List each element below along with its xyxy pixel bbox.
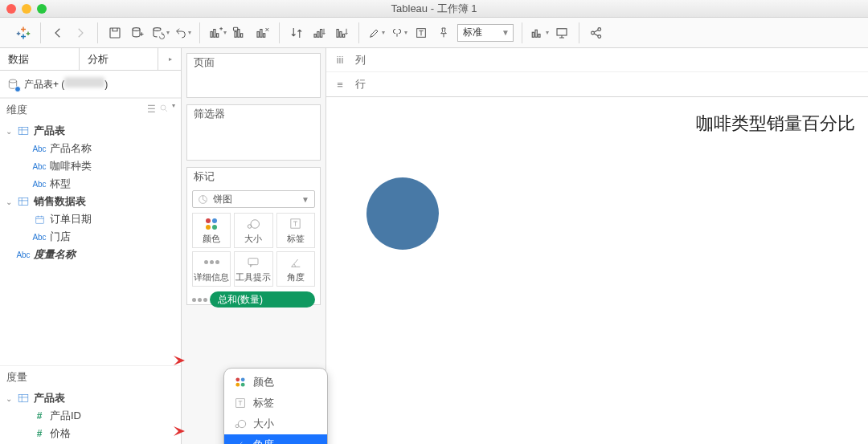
rows-shelf[interactable]: ≡ 行 [326, 72, 868, 96]
sort-asc-icon[interactable] [310, 24, 328, 42]
mark-type-dropdown[interactable]: 饼图 ▼ [192, 190, 315, 208]
show-me-icon[interactable]: ▾ [530, 24, 548, 42]
marks-size[interactable]: 大小 [234, 213, 272, 248]
new-worksheet-icon[interactable]: ▾ [208, 24, 226, 42]
pie-mark[interactable] [366, 177, 439, 250]
tab-menu-icon[interactable]: ▸ [158, 48, 181, 70]
pages-card[interactable]: 页面 [186, 53, 321, 98]
svg-rect-20 [264, 33, 265, 37]
field-measure-names[interactable]: Abc度量名称 [0, 246, 181, 263]
swap-icon[interactable] [288, 24, 305, 42]
number-icon: # [32, 428, 47, 439]
search-icon[interactable] [159, 104, 169, 116]
svg-rect-29 [535, 30, 537, 37]
svg-rect-47 [18, 394, 28, 401]
annotation-arrow-2 [158, 424, 186, 438]
cards-column: 页面 筛选器 标记 饼图 ▼ 颜色 大小 标签 详细信息 工具提示 角度 [182, 48, 326, 444]
svg-rect-8 [110, 28, 120, 38]
ctx-angle[interactable]: 角度 [224, 434, 327, 444]
clear-sheet-icon[interactable] [253, 24, 271, 42]
string-icon: Abc [32, 180, 47, 189]
save-icon[interactable] [106, 24, 124, 42]
sort-desc-icon[interactable] [333, 24, 350, 42]
filters-card[interactable]: 筛选器 [186, 104, 321, 161]
marks-label[interactable]: 标签 [276, 213, 315, 248]
table-icon [16, 393, 31, 403]
marks-title: 标记 [187, 168, 320, 185]
tableau-logo-icon[interactable] [14, 24, 32, 42]
table-prod[interactable]: ⌄ 产品表 [0, 122, 181, 140]
dims-menu-icon[interactable]: ▾ [172, 104, 174, 116]
table-sales[interactable]: ⌄ 销售数据表 [0, 193, 181, 210]
main-area: 数据 分析 ▸ 产品表+ () 维度 ☰ ▾ ⌄ 产品表 [0, 48, 868, 444]
dimensions-tree: ⌄ 产品表 Abc产品名称 Abc咖啡种类 Abc杯型 ⌄ 销售数据表 订单日期… [0, 120, 181, 265]
pill-detail-icon[interactable] [192, 292, 207, 307]
marks-color[interactable]: 颜色 [192, 213, 231, 248]
svg-rect-54 [248, 258, 258, 264]
presentation-icon[interactable] [553, 24, 571, 42]
highlight-icon[interactable]: ▾ [367, 24, 385, 42]
string-icon: Abc [16, 251, 31, 259]
marks-card: 标记 饼图 ▼ 颜色 大小 标签 详细信息 工具提示 角度 总和(数量) [186, 167, 321, 305]
svg-point-34 [598, 35, 601, 38]
back-icon[interactable] [49, 24, 67, 42]
svg-rect-17 [234, 27, 238, 31]
svg-rect-16 [241, 33, 243, 37]
share-icon[interactable] [588, 24, 605, 42]
svg-rect-31 [557, 28, 567, 35]
angle-icon [289, 255, 302, 270]
string-icon: Abc [32, 162, 47, 171]
shelves: iii 列 ≡ 行 [326, 48, 868, 97]
new-datasource-icon[interactable] [129, 24, 146, 42]
viz-canvas[interactable]: 咖啡类型销量百分比 [326, 97, 868, 444]
svg-point-32 [592, 31, 595, 35]
svg-rect-24 [337, 29, 338, 37]
worksheet-area: iii 列 ≡ 行 咖啡类型销量百分比 [326, 48, 868, 444]
mark-role-context-menu: 颜色 标签 大小 角度 工具提示 [223, 368, 328, 444]
string-icon: Abc [32, 233, 47, 242]
toolbar: ▾ ▾ ▾ ▾ ▾ 标准 ▼ ▾ [0, 18, 868, 48]
side-tabs: 数据 分析 ▸ [0, 48, 181, 71]
undo-icon[interactable]: ▾ [174, 24, 191, 42]
label-icon [289, 217, 301, 231]
viz-title[interactable]: 咖啡类型销量百分比 [696, 112, 855, 136]
tab-data[interactable]: 数据 [0, 48, 80, 70]
forward-icon[interactable] [72, 24, 89, 42]
ctx-label[interactable]: 标签 [224, 393, 327, 413]
field-product-name[interactable]: Abc产品名称 [0, 140, 181, 157]
svg-point-10 [154, 27, 161, 31]
field-product-id[interactable]: #产品ID [0, 407, 181, 425]
table-prod-m[interactable]: ⌄ 产品表 [0, 389, 181, 407]
view-list-icon[interactable]: ☰ [147, 104, 156, 116]
ctx-color[interactable]: 颜色 [224, 372, 327, 393]
columns-shelf[interactable]: iii 列 [326, 48, 868, 72]
pin-icon[interactable] [435, 24, 452, 42]
duplicate-sheet-icon[interactable] [231, 24, 248, 42]
pill-sum-quantity[interactable]: 总和(数量) [210, 291, 315, 308]
angle-icon [234, 439, 247, 444]
pie-icon [198, 194, 208, 205]
field-store[interactable]: Abc门店 [0, 228, 181, 246]
field-price[interactable]: #价格 [0, 425, 181, 442]
collapse-icon: ⌄ [5, 394, 13, 403]
field-cup-size[interactable]: Abc杯型 [0, 175, 181, 193]
marks-tooltip[interactable]: 工具提示 [234, 251, 272, 287]
svg-rect-11 [211, 31, 212, 37]
ctx-size[interactable]: 大小 [224, 413, 327, 434]
svg-rect-40 [18, 198, 28, 205]
marks-detail[interactable]: 详细信息 [192, 251, 231, 287]
svg-point-36 [161, 105, 166, 110]
field-coffee-type[interactable]: Abc咖啡种类 [0, 157, 181, 175]
datasource-row[interactable]: 产品表+ () [0, 71, 181, 98]
marks-angle[interactable]: 角度 [276, 251, 315, 287]
svg-point-52 [251, 219, 260, 228]
field-order-date[interactable]: 订单日期 [0, 210, 181, 228]
side-panel: 数据 分析 ▸ 产品表+ () 维度 ☰ ▾ ⌄ 产品表 [0, 48, 182, 444]
fit-dropdown[interactable]: 标准 ▼ [457, 24, 514, 42]
text-label-icon[interactable] [412, 24, 430, 42]
fit-label: 标准 [463, 26, 482, 39]
refresh-datasource-icon[interactable]: ▾ [151, 24, 169, 42]
group-icon[interactable]: ▾ [390, 24, 407, 42]
table-icon [16, 126, 31, 136]
tab-analytics[interactable]: 分析 [80, 48, 159, 70]
